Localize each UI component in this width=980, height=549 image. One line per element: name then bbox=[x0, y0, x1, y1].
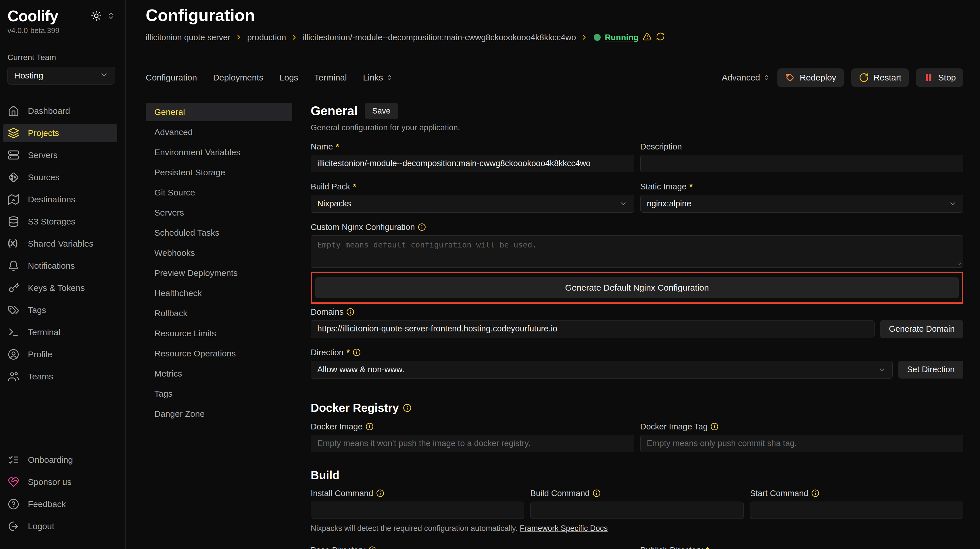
tab-logs[interactable]: Logs bbox=[280, 73, 298, 83]
info-icon[interactable] bbox=[366, 423, 374, 431]
name-label: Name bbox=[311, 142, 333, 151]
info-icon[interactable] bbox=[418, 223, 426, 231]
sidebar-item-tags[interactable]: Tags bbox=[3, 301, 117, 319]
sidebar-item-onboarding[interactable]: Onboarding bbox=[3, 451, 117, 469]
section-nav-preview-deployments[interactable]: Preview Deployments bbox=[146, 264, 292, 282]
sidebar-item-s3-storages[interactable]: S3 Storages bbox=[3, 212, 117, 231]
database-icon bbox=[8, 216, 19, 228]
section-nav-persistent-storage[interactable]: Persistent Storage bbox=[146, 163, 292, 181]
section-nav-healthcheck[interactable]: Healthcheck bbox=[146, 284, 292, 302]
team-select[interactable]: Hosting bbox=[8, 67, 115, 84]
info-icon[interactable] bbox=[368, 546, 376, 549]
info-icon[interactable] bbox=[353, 348, 361, 356]
docker-image-input[interactable] bbox=[311, 435, 634, 452]
redeploy-button[interactable]: Redeploy bbox=[777, 68, 844, 87]
status-dot bbox=[594, 34, 601, 41]
chevron-down-icon bbox=[100, 70, 108, 81]
sidebar-item-sponsor-us[interactable]: Sponsor us bbox=[3, 473, 117, 491]
section-nav-scheduled-tasks[interactable]: Scheduled Tasks bbox=[146, 224, 292, 242]
tab-terminal[interactable]: Terminal bbox=[314, 73, 347, 83]
info-icon[interactable] bbox=[376, 489, 384, 497]
refresh-icon[interactable] bbox=[656, 32, 665, 43]
build-pack-value: Nixpacks bbox=[317, 199, 351, 208]
chevron-right-icon bbox=[291, 33, 298, 41]
generate-nginx-config-button[interactable]: Generate Default Nginx Configuration bbox=[315, 277, 959, 298]
install-command-input[interactable] bbox=[311, 501, 524, 519]
advanced-label: Advanced bbox=[722, 73, 760, 83]
breadcrumb-environment[interactable]: production bbox=[247, 33, 286, 42]
section-nav-tags[interactable]: Tags bbox=[146, 385, 292, 403]
sidebar-nav: Dashboard Projects Servers Sources Desti… bbox=[3, 102, 117, 390]
publish-directory-label: Publish Directory bbox=[640, 546, 703, 549]
tab-configuration[interactable]: Configuration bbox=[146, 73, 197, 83]
section-nav-environment-variables[interactable]: Environment Variables bbox=[146, 143, 292, 162]
required-mark: * bbox=[706, 546, 709, 549]
section-nav-advanced[interactable]: Advanced bbox=[146, 123, 292, 142]
set-direction-button[interactable]: Set Direction bbox=[898, 361, 963, 379]
custom-nginx-textarea[interactable] bbox=[311, 236, 963, 267]
static-image-select[interactable]: nginx:alpine bbox=[640, 195, 964, 213]
section-nav: General Advanced Environment Variables P… bbox=[146, 103, 292, 549]
tab-bar: Configuration Deployments Logs Terminal … bbox=[146, 73, 393, 83]
tags-icon bbox=[8, 304, 19, 316]
sidebar-item-label: Destinations bbox=[28, 194, 75, 204]
team-select-value: Hosting bbox=[14, 71, 43, 81]
framework-docs-link[interactable]: Framework Specific Docs bbox=[520, 524, 608, 533]
sidebar-item-shared-variables[interactable]: (x) Shared Variables bbox=[3, 234, 117, 253]
docker-image-tag-label: Docker Image Tag bbox=[640, 422, 708, 431]
section-nav-general[interactable]: General bbox=[146, 103, 292, 121]
sidebar-item-sources[interactable]: Sources bbox=[3, 168, 117, 186]
section-nav-servers[interactable]: Servers bbox=[146, 204, 292, 222]
sidebar-item-terminal[interactable]: Terminal bbox=[3, 323, 117, 342]
sidebar-item-feedback[interactable]: Feedback bbox=[3, 495, 117, 513]
section-nav-git-source[interactable]: Git Source bbox=[146, 183, 292, 202]
advanced-dropdown[interactable]: Advanced bbox=[722, 73, 770, 83]
info-icon[interactable] bbox=[403, 404, 412, 412]
section-nav-danger-zone[interactable]: Danger Zone bbox=[146, 405, 292, 423]
general-heading: General bbox=[311, 104, 358, 118]
breadcrumb-application[interactable]: illicitestonion/-module--decomposition:m… bbox=[302, 33, 576, 42]
section-nav-metrics[interactable]: Metrics bbox=[146, 364, 292, 383]
main-area: Configuration illicitonion quote server … bbox=[126, 0, 980, 549]
direction-select[interactable]: Allow www & non-www. bbox=[311, 361, 892, 379]
tab-deployments[interactable]: Deployments bbox=[213, 73, 263, 83]
sidebar-item-projects[interactable]: Projects bbox=[3, 124, 117, 142]
warning-triangle-icon[interactable] bbox=[643, 32, 652, 43]
sidebar-item-keys-tokens[interactable]: Keys & Tokens bbox=[3, 279, 117, 297]
section-nav-rollback[interactable]: Rollback bbox=[146, 304, 292, 323]
sidebar-item-label: Onboarding bbox=[28, 455, 73, 465]
sidebar-item-notifications[interactable]: Notifications bbox=[3, 257, 117, 275]
chevrons-up-down-icon[interactable] bbox=[107, 12, 115, 20]
name-input[interactable] bbox=[311, 155, 634, 172]
save-button[interactable]: Save bbox=[365, 103, 398, 119]
domains-input[interactable] bbox=[311, 320, 875, 337]
sidebar-item-dashboard[interactable]: Dashboard bbox=[3, 102, 117, 120]
description-input[interactable] bbox=[640, 155, 964, 172]
info-icon[interactable] bbox=[710, 423, 719, 431]
description-label: Description bbox=[640, 142, 682, 151]
tab-links[interactable]: Links bbox=[363, 73, 393, 83]
info-icon[interactable] bbox=[346, 308, 354, 316]
sidebar-item-servers[interactable]: Servers bbox=[3, 146, 117, 164]
restart-button[interactable]: Restart bbox=[851, 68, 909, 87]
breadcrumb-project[interactable]: illicitonion quote server bbox=[146, 33, 231, 42]
info-icon[interactable] bbox=[593, 489, 601, 497]
chevrons-up-down-icon bbox=[386, 74, 393, 81]
sidebar: Coolify v4.0.0-beta.399 Current Team Hos… bbox=[0, 0, 126, 549]
generate-domain-button[interactable]: Generate Domain bbox=[880, 320, 963, 338]
sidebar-item-teams[interactable]: Teams bbox=[3, 368, 117, 386]
section-nav-webhooks[interactable]: Webhooks bbox=[146, 244, 292, 262]
build-command-input[interactable] bbox=[530, 501, 743, 519]
build-pack-select[interactable]: Nixpacks bbox=[311, 195, 634, 213]
sidebar-item-destinations[interactable]: Destinations bbox=[3, 190, 117, 208]
info-icon[interactable] bbox=[811, 489, 819, 497]
sidebar-item-profile[interactable]: Profile bbox=[3, 345, 117, 364]
status-running-link[interactable]: Running bbox=[605, 33, 639, 42]
section-nav-resource-limits[interactable]: Resource Limits bbox=[146, 324, 292, 343]
section-nav-resource-operations[interactable]: Resource Operations bbox=[146, 344, 292, 363]
start-command-input[interactable] bbox=[750, 501, 963, 519]
stop-button[interactable]: Stop bbox=[916, 68, 963, 87]
docker-image-tag-input[interactable] bbox=[640, 435, 964, 452]
sidebar-item-logout[interactable]: Logout bbox=[3, 517, 117, 535]
theme-sun-icon[interactable] bbox=[91, 10, 102, 21]
